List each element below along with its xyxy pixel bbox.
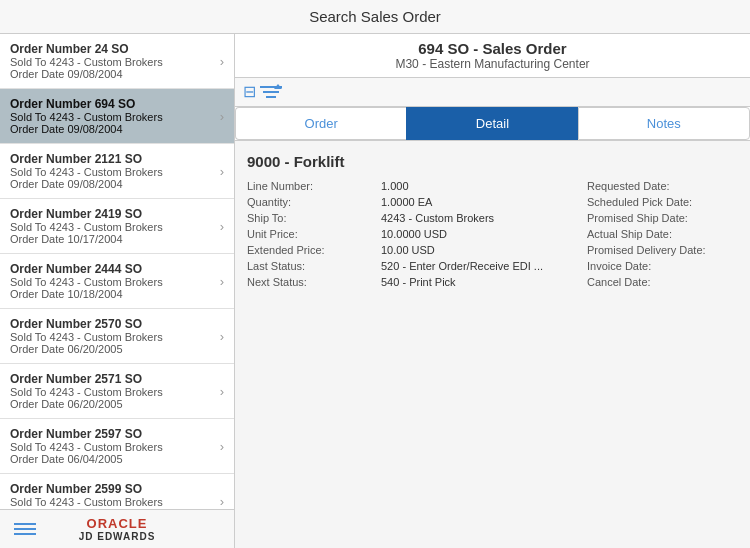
list-item-sub1: Sold To 4243 - Custom Brokers	[10, 496, 216, 508]
chevron-right-icon: ›	[220, 494, 224, 509]
so-title: 694 SO - Sales Order	[245, 40, 740, 57]
list-item-title: Order Number 2597 SO	[10, 427, 216, 441]
detail-heading: 9000 - Forklift	[247, 153, 738, 170]
list-item-title: Order Number 24 SO	[10, 42, 216, 56]
list-item-4[interactable]: Order Number 2419 SO Sold To 4243 - Cust…	[0, 199, 234, 254]
detail-field-row: Last Status: 520 - Enter Order/Receive E…	[247, 258, 587, 274]
detail-right-field-row: Promised Delivery Date: 09/08/2004	[587, 242, 750, 258]
detail-right-field-row: Promised Ship Date:	[587, 210, 750, 226]
chevron-right-icon: ›	[220, 54, 224, 69]
list-item-content: Order Number 2597 SO Sold To 4243 - Cust…	[10, 427, 216, 465]
detail-field-row: Unit Price: 10.0000 USD	[247, 226, 587, 242]
list-item-title: Order Number 2121 SO	[10, 152, 216, 166]
detail-right-label: Actual Ship Date:	[587, 226, 750, 242]
menu-button[interactable]	[10, 519, 40, 539]
list-item-1[interactable]: Order Number 24 SO Sold To 4243 - Custom…	[0, 34, 234, 89]
chevron-right-icon: ›	[220, 384, 224, 399]
list-item-sub1: Sold To 4243 - Custom Brokers	[10, 56, 216, 68]
detail-field-row: Line Number: 1.000	[247, 178, 587, 194]
detail-label: Unit Price:	[247, 226, 377, 242]
detail-value: 10.00 USD	[377, 242, 439, 258]
svg-rect-2	[266, 96, 276, 98]
list-item-title: Order Number 2599 SO	[10, 482, 216, 496]
detail-right-field-row: Cancel Date:	[587, 274, 750, 290]
list-item-content: Order Number 24 SO Sold To 4243 - Custom…	[10, 42, 216, 80]
list-item-sub2: Order Date 06/20/2005	[10, 398, 216, 410]
filter-row: ⊟︎	[235, 78, 750, 107]
detail-right-field-row: Actual Ship Date:	[587, 226, 750, 242]
list-item-content: Order Number 2571 SO Sold To 4243 - Cust…	[10, 372, 216, 410]
list-item-content: Order Number 2419 SO Sold To 4243 - Cust…	[10, 207, 216, 245]
chevron-right-icon: ›	[220, 109, 224, 124]
list-item-3[interactable]: Order Number 2121 SO Sold To 4243 - Cust…	[0, 144, 234, 199]
left-bottom-bar: ORACLE JD EDWARDS	[0, 509, 234, 548]
tab-bar: OrderDetailNotes	[235, 107, 750, 141]
list-item-content: Order Number 2570 SO Sold To 4243 - Cust…	[10, 317, 216, 355]
list-item-sub1: Sold To 4243 - Custom Brokers	[10, 276, 216, 288]
list-item-sub2: Order Date 09/08/2004	[10, 123, 216, 135]
chevron-right-icon: ›	[220, 219, 224, 234]
list-item-sub2: Order Date 06/04/2005	[10, 453, 216, 465]
so-subtitle: M30 - Eastern Manufacturing Center	[245, 57, 740, 71]
detail-right-field-row: Requested Date: 09/08/2004	[587, 178, 750, 194]
list-item-sub2: Order Date 10/18/2004	[10, 288, 216, 300]
detail-columns: Line Number: 1.000 Quantity: 1.0000 EA S…	[247, 178, 738, 290]
filter-icon[interactable]: ⊟︎	[243, 82, 282, 102]
list-item-6[interactable]: Order Number 2570 SO Sold To 4243 - Cust…	[0, 309, 234, 364]
detail-label: Next Status:	[247, 274, 377, 290]
detail-right-label: Scheduled Pick Date:	[587, 194, 750, 210]
detail-right-label: Promised Ship Date:	[587, 210, 750, 226]
detail-right-label: Invoice Date:	[587, 258, 750, 274]
tab-order[interactable]: Order	[235, 107, 406, 140]
content-area: 9000 - Forklift Line Number: 1.000 Quant…	[235, 141, 750, 548]
svg-rect-1	[263, 91, 279, 93]
list-item-2[interactable]: Order Number 694 SO Sold To 4243 - Custo…	[0, 89, 234, 144]
detail-right-label: Promised Delivery Date:	[587, 242, 750, 258]
detail-field-row: Extended Price: 10.00 USD	[247, 242, 587, 258]
detail-label: Last Status:	[247, 258, 377, 274]
list-item-sub2: Order Date 10/17/2004	[10, 233, 216, 245]
list-item-title: Order Number 2571 SO	[10, 372, 216, 386]
detail-right-field-row: Invoice Date:	[587, 258, 750, 274]
chevron-right-icon: ›	[220, 274, 224, 289]
list-item-sub2: Order Date 09/08/2004	[10, 68, 216, 80]
detail-label: Ship To:	[247, 210, 377, 226]
list-item-title: Order Number 694 SO	[10, 97, 216, 111]
detail-value: 1.000	[377, 178, 413, 194]
detail-field-row: Quantity: 1.0000 EA	[247, 194, 587, 210]
list-item-7[interactable]: Order Number 2571 SO Sold To 4243 - Cust…	[0, 364, 234, 419]
detail-label: Quantity:	[247, 194, 377, 210]
detail-value: 10.0000 USD	[377, 226, 451, 242]
list-item-sub1: Sold To 4243 - Custom Brokers	[10, 441, 216, 453]
detail-left-column: Line Number: 1.000 Quantity: 1.0000 EA S…	[247, 178, 587, 290]
right-panel: 694 SO - Sales Order M30 - Eastern Manuf…	[235, 34, 750, 548]
detail-value: 4243 - Custom Brokers	[377, 210, 498, 226]
jde-text: JD EDWARDS	[79, 531, 156, 542]
detail-label: Extended Price:	[247, 242, 377, 258]
list-item-5[interactable]: Order Number 2444 SO Sold To 4243 - Cust…	[0, 254, 234, 309]
list-item-content: Order Number 2121 SO Sold To 4243 - Cust…	[10, 152, 216, 190]
list-item-title: Order Number 2444 SO	[10, 262, 216, 276]
right-header: 694 SO - Sales Order M30 - Eastern Manuf…	[235, 34, 750, 78]
detail-right-label: Cancel Date:	[587, 274, 750, 290]
page-title: Search Sales Order	[0, 0, 750, 34]
list-item-sub2: Order Date 06/20/2005	[10, 343, 216, 355]
list-item-title: Order Number 2570 SO	[10, 317, 216, 331]
detail-field-row: Ship To: 4243 - Custom Brokers	[247, 210, 587, 226]
detail-right-column: Requested Date: 09/08/2004 Scheduled Pic…	[587, 178, 750, 290]
list-item-9[interactable]: Order Number 2599 SO Sold To 4243 - Cust…	[0, 474, 234, 509]
tab-notes[interactable]: Notes	[578, 107, 750, 140]
list-item-8[interactable]: Order Number 2597 SO Sold To 4243 - Cust…	[0, 419, 234, 474]
detail-label: Line Number:	[247, 178, 377, 194]
chevron-right-icon: ›	[220, 329, 224, 344]
list-item-content: Order Number 694 SO Sold To 4243 - Custo…	[10, 97, 216, 135]
detail-right-label: Requested Date:	[587, 178, 750, 194]
detail-value: 520 - Enter Order/Receive EDI ...	[377, 258, 547, 274]
tab-detail[interactable]: Detail	[406, 107, 577, 140]
list-item-title: Order Number 2419 SO	[10, 207, 216, 221]
detail-field-row: Next Status: 540 - Print Pick	[247, 274, 587, 290]
detail-right-field-row: Scheduled Pick Date: 09/08/2004	[587, 194, 750, 210]
oracle-logo: ORACLE JD EDWARDS	[79, 516, 156, 542]
detail-value: 540 - Print Pick	[377, 274, 460, 290]
oracle-text: ORACLE	[87, 516, 148, 531]
